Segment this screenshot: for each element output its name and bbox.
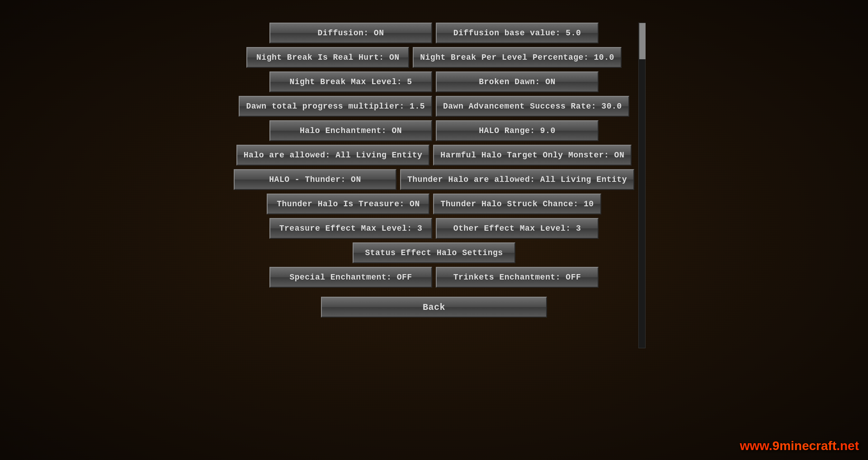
halo-thunder-button[interactable]: HALO - Thunder: ON [234,169,396,190]
settings-row-3: Night Break Max Level: 5 Broken Dawn: ON [231,71,637,92]
thunder-struck-button[interactable]: Thunder Halo Struck Chance: 10 [433,194,601,214]
dawn-progress-button[interactable]: Dawn total progress multiplier: 1.5 [239,96,432,117]
settings-row-10: Status Effect Halo Settings [231,242,637,263]
settings-container: Diffusion: ON Diffusion base value: 5.0 … [231,23,637,318]
harmful-halo-button[interactable]: Harmful Halo Target Only Monster: ON [433,145,632,166]
halo-range-button[interactable]: HALO Range: 9.0 [436,120,599,141]
special-enchantment-button[interactable]: Special Enchantment: OFF [269,267,432,288]
halo-enchantment-button[interactable]: Halo Enchantment: ON [269,120,432,141]
broken-dawn-button[interactable]: Broken Dawn: ON [436,71,599,92]
watermark: www.9minecraft.net [740,439,859,453]
settings-row-8: Thunder Halo Is Treasure: ON Thunder Hal… [231,194,637,214]
status-effect-halo-button[interactable]: Status Effect Halo Settings [353,242,515,263]
settings-row-2: Night Break Is Real Hurt: ON Night Break… [231,47,637,68]
watermark-text: www.9minecraft.net [740,439,859,453]
night-break-per-level-button[interactable]: Night Break Per Level Percentage: 10.0 [413,47,621,68]
back-button[interactable]: Back [321,297,547,318]
halo-allowed-button[interactable]: Halo are allowed: All Living Entity [236,145,430,166]
trinkets-enchantment-button[interactable]: Trinkets Enchantment: OFF [436,267,599,288]
settings-row-5: Halo Enchantment: ON HALO Range: 9.0 [231,120,637,141]
settings-row-11: Special Enchantment: OFF Trinkets Enchan… [231,267,637,288]
back-row: Back [231,297,637,318]
settings-row-1: Diffusion: ON Diffusion base value: 5.0 [231,23,637,43]
dawn-advancement-button[interactable]: Dawn Advancement Success Rate: 30.0 [436,96,629,117]
thunder-halo-allowed-button[interactable]: Thunder Halo are allowed: All Living Ent… [400,169,634,190]
scrollbar-thumb[interactable] [639,23,646,59]
other-effect-max-button[interactable]: Other Effect Max Level: 3 [436,218,599,239]
thunder-treasure-button[interactable]: Thunder Halo Is Treasure: ON [267,194,429,214]
settings-row-6: Halo are allowed: All Living Entity Harm… [231,145,637,166]
settings-row-4: Dawn total progress multiplier: 1.5 Dawn… [231,96,637,117]
scrollbar-track[interactable] [638,23,646,348]
diffusion-button[interactable]: Diffusion: ON [269,23,432,43]
settings-row-9: Treasure Effect Max Level: 3 Other Effec… [231,218,637,239]
treasure-effect-max-button[interactable]: Treasure Effect Max Level: 3 [269,218,432,239]
diffusion-base-button[interactable]: Diffusion base value: 5.0 [436,23,599,43]
settings-row-7: HALO - Thunder: ON Thunder Halo are allo… [231,169,637,190]
night-break-real-button[interactable]: Night Break Is Real Hurt: ON [246,47,409,68]
night-break-max-button[interactable]: Night Break Max Level: 5 [269,71,432,92]
